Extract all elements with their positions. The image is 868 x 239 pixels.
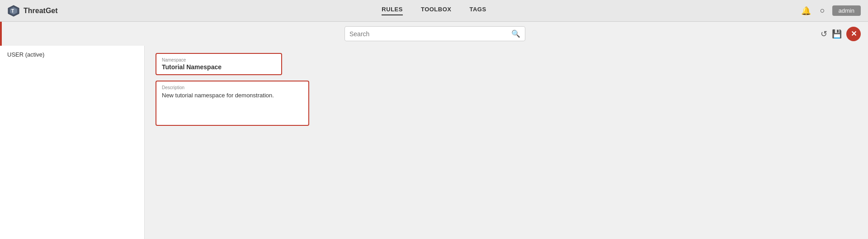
nav-links: RULES TOOLBOX TAGS: [89, 6, 779, 15]
close-button[interactable]: ✕: [846, 27, 861, 41]
description-value: New tutorial namespace for demonstration…: [162, 92, 303, 99]
nav-rules[interactable]: RULES: [382, 6, 403, 15]
namespace-label: Namespace: [162, 57, 276, 62]
save-button[interactable]: 💾: [832, 29, 842, 39]
toolbar-right: ↺ 💾 ✕: [821, 27, 861, 41]
search-icon-button[interactable]: 🔍: [511, 29, 520, 38]
namespace-field-box: Namespace Tutorial Namespace: [156, 53, 282, 75]
description-label: Description: [162, 85, 303, 90]
main-layout: USER (active) Namespace Tutorial Namespa…: [0, 46, 868, 239]
nav-tags[interactable]: TAGS: [469, 6, 486, 15]
user-button[interactable]: admin: [832, 5, 861, 16]
description-field-box: Description New tutorial namespace for d…: [156, 81, 309, 126]
namespace-value: Tutorial Namespace: [162, 63, 276, 71]
top-nav: T ThreatGet RULES TOOLBOX TAGS 🔔 ○ admin: [0, 0, 868, 22]
search-input[interactable]: [349, 30, 511, 38]
notification-icon[interactable]: 🔔: [799, 4, 813, 18]
logo-area: T ThreatGet: [7, 5, 89, 17]
logo-icon: T: [7, 5, 20, 17]
content-area: Namespace Tutorial Namespace Description…: [145, 46, 868, 239]
refresh-button[interactable]: ↺: [821, 29, 827, 39]
nav-toolbox[interactable]: TOOLBOX: [421, 6, 452, 15]
sidebar-user-label: USER (active): [7, 51, 137, 58]
circle-icon[interactable]: ○: [818, 4, 827, 17]
search-row: 🔍 ↺ 💾 ✕: [0, 22, 868, 46]
sidebar: USER (active): [0, 46, 145, 239]
svg-text:T: T: [11, 9, 14, 14]
nav-right: 🔔 ○ admin: [779, 4, 861, 18]
search-container: 🔍: [344, 26, 525, 41]
app-title: ThreatGet: [24, 7, 58, 15]
